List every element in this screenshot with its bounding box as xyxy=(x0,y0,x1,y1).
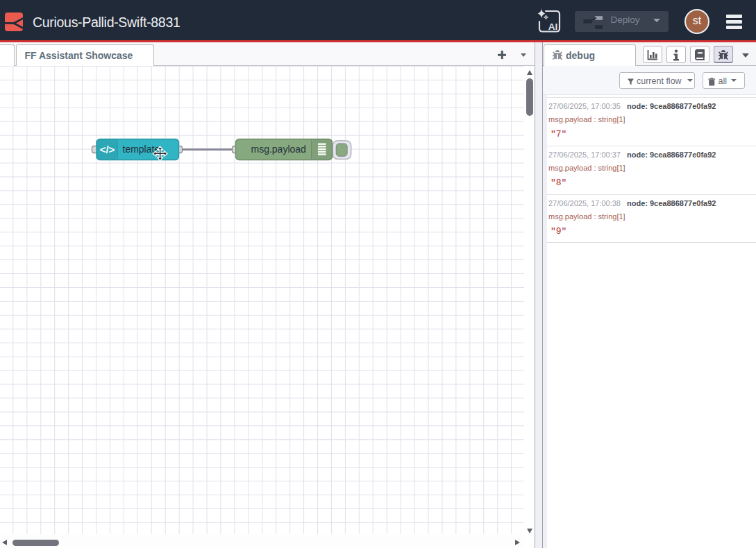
svg-text:</>: </> xyxy=(100,144,115,155)
svg-text:msg.payload: msg.payload xyxy=(251,144,306,155)
svg-text:AI: AI xyxy=(548,22,558,32)
